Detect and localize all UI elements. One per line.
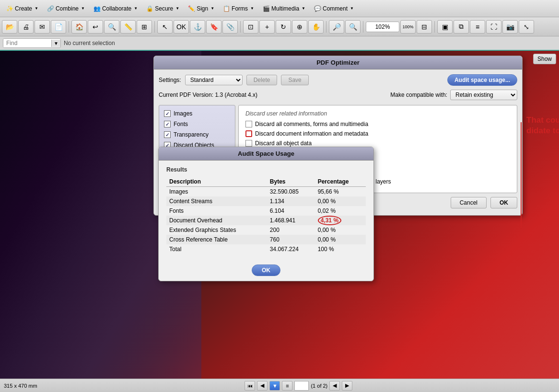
create-menu[interactable]: ✨ Create ▼ — [2, 3, 43, 14]
open-button[interactable]: 📂 — [2, 20, 17, 34]
checkbox-row-2: Discard document information and metadat… — [245, 130, 510, 137]
cb-metadata-label: Discard document information and metadat… — [255, 130, 368, 137]
icon-toolbar: 📂 🖨 ✉ 📄 🏠 ↩ 🔍 📏 ⊞ ↖ OK ⚓ 🔖 📎 ⊡ + ↻ ⊕ ✋ 🔎… — [0, 17, 559, 36]
audit-bytes: 200 — [267, 225, 315, 235]
magnify-button[interactable]: 🔎 — [329, 20, 344, 34]
settings-select[interactable]: Standard — [185, 75, 243, 85]
audit-ok-button[interactable]: OK — [252, 265, 280, 276]
forms-menu[interactable]: 📋 Forms ▼ — [219, 3, 258, 14]
save-button[interactable]: Save — [281, 75, 308, 85]
collaborate-menu[interactable]: 👥 Collaborate ▼ — [89, 3, 142, 14]
audit-row: Content Streams1.1340,00 % — [166, 196, 366, 206]
select-button[interactable]: ↖ — [157, 20, 173, 34]
audit-bytes: 1.134 — [267, 196, 315, 206]
checkbox-row-1: Discard all comments, forms and multimed… — [245, 121, 510, 127]
comment-menu[interactable]: 💬 Comment ▼ — [310, 3, 358, 14]
col-description: Description — [166, 177, 267, 187]
combine-menu[interactable]: 🔗 Combine ▼ — [43, 3, 89, 14]
cb-comments-label: Discard all comments, forms and multimed… — [255, 121, 368, 127]
audit-description: Fonts — [166, 206, 267, 216]
checkbox-row-3: Discard all object data — [245, 140, 510, 147]
ok-button[interactable]: OK — [174, 20, 189, 34]
separator-2 — [154, 21, 155, 33]
highlighted-value: 4,31 % — [318, 216, 341, 225]
audit-percentage: 95,66 % — [315, 187, 366, 197]
cb-object-data[interactable] — [245, 140, 252, 147]
first-page-button[interactable]: ⏮ — [245, 381, 255, 391]
two-page-button[interactable]: ⧉ — [454, 20, 469, 34]
some-button[interactable]: ≡ — [282, 381, 292, 391]
secure-menu[interactable]: 🔒 Secure ▼ — [142, 3, 184, 14]
back-button[interactable]: 🏠 — [71, 20, 87, 34]
attach-button[interactable]: 📎 — [222, 20, 238, 34]
camera-button[interactable]: 📷 — [502, 20, 518, 34]
fonts-check — [164, 121, 171, 127]
fullscreen-button[interactable]: ⛶ — [486, 20, 501, 34]
rotate-button[interactable]: ↻ — [276, 20, 291, 34]
zoom-level[interactable]: 102% — [366, 22, 399, 32]
panel-item-transparency[interactable]: Transparency — [159, 129, 235, 140]
retain-existing-select[interactable]: Retain existing — [450, 90, 517, 100]
ok-main-button[interactable]: OK — [490, 197, 517, 208]
cb-comments[interactable] — [245, 121, 252, 127]
forms-icon: 📋 — [223, 5, 230, 12]
find-arrow[interactable]: ▼ — [51, 40, 60, 47]
sign-menu[interactable]: ✏️ Sign ▼ — [184, 3, 219, 14]
view-button[interactable]: 📄 — [51, 20, 66, 34]
transparency-label: Transparency — [174, 131, 209, 138]
show-button[interactable]: Show — [533, 54, 556, 64]
find-input-wrap[interactable]: ▼ — [3, 38, 61, 48]
multimedia-menu[interactable]: 🎬 Multimedia ▼ — [258, 3, 310, 14]
zoom-in-button[interactable]: + — [259, 20, 275, 34]
next-nav-button[interactable]: ▶ — [342, 381, 352, 391]
panel-item-fonts[interactable]: Fonts — [159, 119, 235, 129]
zoom-out-button[interactable]: 🔍 — [345, 20, 361, 34]
scroll-button[interactable]: ≡ — [470, 20, 485, 34]
audit-description: Content Streams — [166, 196, 267, 206]
audit-percentage: 4,31 % — [315, 216, 366, 225]
prev-page-button[interactable]: ◀ — [257, 381, 268, 391]
sign-arrow: ▼ — [210, 6, 214, 11]
search-button[interactable]: 🔍 — [104, 20, 119, 34]
audit-body: Results Description Bytes Percentage Ima… — [159, 161, 373, 260]
find-input[interactable] — [3, 39, 51, 47]
stamp-button[interactable]: 🔖 — [206, 20, 221, 34]
single-page-button[interactable]: ▣ — [437, 20, 453, 34]
audit-percentage: 0,00 % — [315, 196, 366, 206]
cancel-button[interactable]: Cancel — [451, 197, 487, 208]
link-button[interactable]: ⚓ — [190, 20, 205, 34]
audit-table: Description Bytes Percentage Images32.59… — [166, 177, 366, 254]
multimedia-icon: 🎬 — [263, 5, 270, 12]
audit-description: Images — [166, 187, 267, 197]
grid-button[interactable]: ⊞ — [137, 20, 152, 34]
zoom-100-button[interactable]: 100% — [400, 20, 416, 34]
fit-button[interactable]: ⊡ — [243, 20, 258, 34]
down-button[interactable]: ▼ — [269, 381, 280, 391]
audit-row: Images32.590.08595,66 % — [166, 187, 366, 197]
collaborate-icon: 👥 — [93, 5, 101, 12]
email-button[interactable]: ✉ — [35, 20, 50, 34]
expand-button[interactable]: ⤡ — [519, 20, 534, 34]
combine-icon: 🔗 — [47, 5, 54, 12]
delete-button[interactable]: Delete — [246, 75, 278, 85]
cb-metadata[interactable] — [245, 130, 252, 137]
refresh-button[interactable]: ↩ — [88, 20, 103, 34]
multimedia-arrow: ▼ — [302, 6, 305, 11]
results-label: Results — [166, 166, 366, 173]
audit-bytes: 6.104 — [267, 206, 315, 216]
zoom-fit-button[interactable]: ⊟ — [417, 20, 432, 34]
audit-description: Document Overhead — [166, 216, 267, 225]
panel-item-images[interactable]: Images — [159, 108, 235, 119]
audit-button[interactable]: Audit space usage... — [447, 74, 517, 86]
pan-button[interactable]: ✋ — [308, 20, 324, 34]
page-input[interactable]: 36 — [294, 381, 309, 391]
col-percentage: Percentage — [315, 177, 366, 187]
collaborate-arrow: ▼ — [134, 6, 138, 11]
pdf-optimizer-title: PDF Optimizer — [154, 56, 522, 69]
audit-row: Extended Graphics States2000,00 % — [166, 225, 366, 235]
cursor-button[interactable]: ⊕ — [292, 20, 307, 34]
settings-row: Settings: Standard Delete Save Audit spa… — [159, 74, 517, 86]
print-button[interactable]: 🖨 — [18, 20, 34, 34]
ruler-button[interactable]: 📏 — [120, 20, 136, 34]
prev-nav-button[interactable]: ◀ — [329, 381, 340, 391]
